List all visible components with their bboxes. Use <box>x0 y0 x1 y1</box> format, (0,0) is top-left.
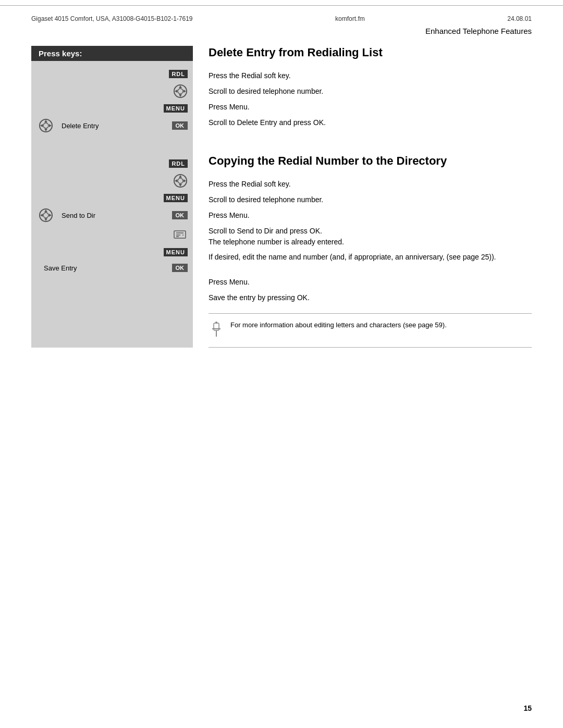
instr-menu-1: Press Menu. <box>209 98 532 114</box>
scroll-icon-2 <box>39 118 53 133</box>
svg-marker-17 <box>183 179 186 182</box>
instr-text-send-dir: Scroll to Send to Dir and press OK.The t… <box>209 224 344 248</box>
send-to-dir-left: Send to Dir <box>39 208 95 223</box>
svg-point-32 <box>215 322 217 324</box>
svg-marker-10 <box>40 124 43 127</box>
menu-badge-2: MENU <box>164 194 188 202</box>
instr-rdl-1: Press the Redial soft key. <box>209 67 532 82</box>
header-right: 24.08.01 <box>507 15 532 22</box>
svg-marker-16 <box>175 179 177 182</box>
instr-rdl-2: Press the Redial soft key. <box>209 176 532 191</box>
svg-marker-22 <box>40 214 43 217</box>
instr-text-edit: If desired, edit the name and number (an… <box>209 250 496 263</box>
svg-rect-24 <box>174 231 186 238</box>
key-row-save-entry: Save Entry OK <box>31 260 193 276</box>
svg-point-19 <box>43 213 48 218</box>
rdl-badge-2: RDL <box>169 159 188 168</box>
key-row-rdl-2: RDL <box>31 156 193 171</box>
instr-save-ok: Save the entry by pressing OK. <box>209 289 532 305</box>
send-to-dir-label: Send to Dir <box>62 212 95 219</box>
pin-icon <box>209 321 224 341</box>
instr-text-menu-1: Press Menu. <box>209 100 250 113</box>
key-row-scroll-1 <box>31 82 193 101</box>
instr-send-dir: Scroll to Send to Dir and press OK.The t… <box>209 223 532 249</box>
instr-text-delete-ok: Scroll to Delete Entry and press OK. <box>209 115 326 128</box>
svg-marker-4 <box>175 90 177 93</box>
page-header: Gigaset 4015 Comfort, USA, A31008-G4015-… <box>0 5 563 22</box>
svg-point-7 <box>43 123 48 128</box>
main-content: Press keys: RDL MENU <box>31 46 532 348</box>
thumbtack-icon <box>210 321 223 338</box>
instr-text-menu-2: Press Menu. <box>209 208 250 221</box>
section-gap-1 <box>31 135 193 156</box>
rdl-badge-1: RDL <box>169 70 188 78</box>
instr-scroll-1: Scroll to desired telephone number. <box>209 82 532 98</box>
menu-badge-3: MENU <box>164 248 188 256</box>
menu-badge-1: MENU <box>164 104 188 113</box>
delete-entry-left: Delete Entry <box>39 118 99 133</box>
svg-marker-8 <box>44 120 47 122</box>
svg-marker-15 <box>179 184 182 187</box>
svg-marker-2 <box>179 85 182 88</box>
svg-marker-21 <box>44 218 47 221</box>
key-row-rdl-1: RDL <box>31 66 193 82</box>
note-box: For more information about editing lette… <box>209 313 532 348</box>
svg-marker-9 <box>44 129 47 131</box>
note-text: For more information about editing lette… <box>230 320 447 330</box>
page-number: 15 <box>523 704 532 712</box>
press-keys-panel: Press keys: RDL MENU <box>31 46 193 348</box>
svg-marker-3 <box>179 94 182 97</box>
ok-badge-3: OK <box>172 264 188 272</box>
instr-delete-ok: Scroll to Delete Entry and press OK. <box>209 114 532 129</box>
instr-text-scroll-2: Scroll to desired telephone number. <box>209 192 323 205</box>
header-center: komfort.fm <box>335 15 365 22</box>
key-row-delete-entry: Delete Entry OK <box>31 116 193 135</box>
copy-section-title: Copying the Redial Number to the Directo… <box>209 154 532 168</box>
key-row-send-to-dir: Send to Dir OK <box>31 206 193 225</box>
instr-text-menu-3: Press Menu. <box>209 275 250 288</box>
section-spacer <box>209 129 532 144</box>
ok-badge-2: OK <box>172 211 188 219</box>
instr-text-rdl-1: Press the Redial soft key. <box>209 68 291 81</box>
header-left: Gigaset 4015 Comfort, USA, A31008-G4015-… <box>31 15 193 22</box>
instr-text-scroll-1: Scroll to desired telephone number. <box>209 84 323 97</box>
instr-scroll-2: Scroll to desired telephone number. <box>209 191 532 207</box>
key-row-menu-3: MENU <box>31 244 193 260</box>
keypad-icon <box>172 227 188 242</box>
instr-edit: If desired, edit the name and number (an… <box>209 249 532 274</box>
key-row-menu-2: MENU <box>31 190 193 206</box>
svg-marker-5 <box>183 90 186 93</box>
scroll-icon-4 <box>39 208 53 223</box>
key-row-keypad <box>31 225 193 244</box>
delete-section-title: Delete Entry from Redialing List <box>209 46 532 59</box>
svg-marker-20 <box>44 209 47 212</box>
key-row-scroll-2 <box>31 171 193 190</box>
key-row-menu-1: MENU <box>31 101 193 116</box>
svg-point-13 <box>178 178 183 183</box>
save-entry-left: Save Entry <box>39 264 77 272</box>
save-entry-label: Save Entry <box>44 264 77 272</box>
svg-marker-11 <box>49 124 52 127</box>
svg-marker-14 <box>179 175 182 178</box>
press-keys-header: Press keys: <box>31 46 193 61</box>
instr-menu-2: Press Menu. <box>209 207 532 223</box>
scroll-icon-3 <box>173 174 188 188</box>
instr-text-save-ok: Save the entry by pressing OK. <box>209 290 310 303</box>
instructions: Delete Entry from Redialing List Press t… <box>193 46 532 348</box>
delete-entry-label: Delete Entry <box>62 122 99 130</box>
svg-marker-23 <box>49 214 52 217</box>
svg-point-1 <box>178 89 183 94</box>
instr-menu-3: Press Menu. <box>209 274 532 289</box>
section-title: Enhanced Telephone Features <box>0 22 563 35</box>
ok-badge-1: OK <box>172 121 188 130</box>
instr-text-rdl-2: Press the Redial soft key. <box>209 177 291 190</box>
scroll-icon-1 <box>173 84 188 98</box>
